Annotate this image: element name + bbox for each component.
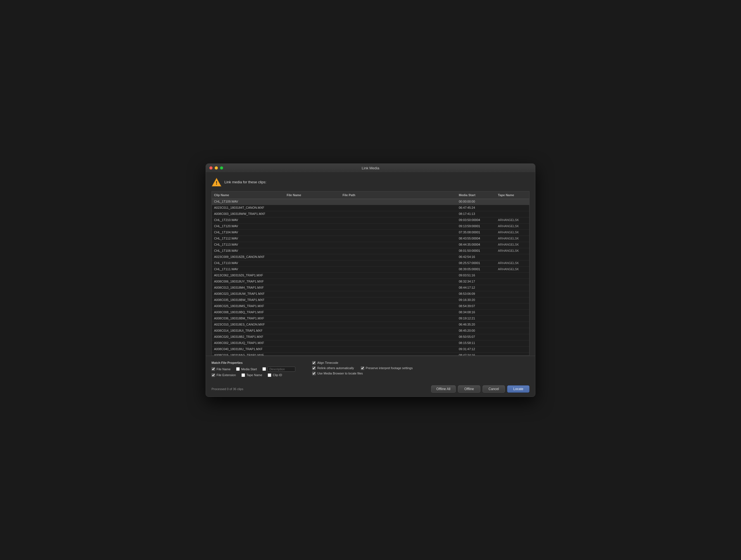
table-row[interactable]: CHL_1T113.WAV 08:44:35:00004 ARHANGELSK xyxy=(212,242,529,248)
td-file xyxy=(284,248,340,254)
td-file xyxy=(284,291,340,297)
td-path xyxy=(340,316,457,322)
td-clip: A008C020_180318B2_TRAP1.MXF xyxy=(212,334,284,340)
td-path xyxy=(340,279,457,285)
td-path xyxy=(340,297,457,303)
table-row[interactable]: A008C025_180318MS_TRAP1.MXF 08:54:39:07 xyxy=(212,303,529,309)
td-start: 08:25:57:00001 xyxy=(457,261,496,266)
td-tape xyxy=(496,303,529,309)
td-file xyxy=(284,285,340,291)
table-row[interactable]: A008C014_180318UI_TRAP1.MXF 08:45:20:00 xyxy=(212,328,529,334)
table-row[interactable]: CHL_1T110.WAV 08:25:57:00001 ARHANGELSK xyxy=(212,261,529,267)
td-tape xyxy=(496,199,529,205)
table-header: Clip Name File Name File Path Media Star… xyxy=(212,192,529,199)
table-body[interactable]: CHL_1T109.WAV 00:00:00:00 A023C011_18031… xyxy=(212,199,529,355)
relink-others-item[interactable]: Relink others automatically xyxy=(312,366,354,370)
offline-button[interactable]: Offline xyxy=(458,386,480,393)
use-media-browser-checkbox[interactable] xyxy=(312,372,316,375)
td-start: 09:16:30:20 xyxy=(457,297,496,303)
td-file xyxy=(284,279,340,285)
locate-button[interactable]: Locate xyxy=(507,386,530,393)
td-start: 08:44:35:00004 xyxy=(457,242,496,248)
table-row[interactable]: A008C040_180318IU_TRAP1.MXF 09:31:47:12 xyxy=(212,347,529,353)
td-file xyxy=(284,353,340,355)
buttons-row: Offline All Offline Cancel Locate xyxy=(431,386,530,393)
td-path xyxy=(340,248,457,254)
table-row[interactable]: A008C036_180318BM_TRAP1.MXF 09:19:12:21 xyxy=(212,316,529,322)
align-timecode-item[interactable]: Align Timecode xyxy=(312,361,338,365)
description-input[interactable] xyxy=(267,367,295,372)
td-file xyxy=(284,328,340,334)
td-tape xyxy=(496,316,529,322)
use-media-browser-item[interactable]: Use Media Browser to locate files xyxy=(312,372,363,375)
td-tape xyxy=(496,211,529,217)
td-path xyxy=(340,340,457,346)
table-row[interactable]: CHL_1T109.WAV 00:00:00:00 xyxy=(212,199,529,205)
checkboxes-row-1: File Name Media Start xyxy=(211,367,295,372)
td-file xyxy=(284,334,340,340)
td-clip: A008C015_180318AG_TRAP1.MXF xyxy=(212,353,284,355)
table-row[interactable]: CHL_1T108.WAV 08:01:50:00001 ARHANGELSK xyxy=(212,248,529,254)
td-file xyxy=(284,254,340,260)
td-clip: A023C010_180318ES_CANON.MXF xyxy=(212,322,284,328)
td-tape xyxy=(496,291,529,297)
media-start-checkbox[interactable] xyxy=(236,367,240,371)
td-file xyxy=(284,267,340,272)
description-checkbox[interactable] xyxy=(262,367,266,371)
table-row[interactable]: A023C009_180318ZB_CANON.MXF 06:42:54:16 xyxy=(212,254,529,261)
table-row[interactable]: A023C010_180318ES_CANON.MXF 06:46:35:20 xyxy=(212,322,529,328)
td-start: 08:17:41:13 xyxy=(457,211,496,217)
clip-id-checkbox-item[interactable]: Clip ID xyxy=(268,373,282,377)
preserve-interpret-item[interactable]: Preserve interpret footage settings xyxy=(361,366,413,370)
table-row[interactable]: CHL_1T111.WAV 08:39:05:00001 ARHANGELSK xyxy=(212,267,529,273)
tape-name-checkbox-item[interactable]: Tape Name xyxy=(242,373,262,377)
table-row[interactable]: A008C002_180318UQ_TRAP1.MXF 08:15:58:11 xyxy=(212,340,529,347)
td-clip: A008C025_180318MS_TRAP1.MXF xyxy=(212,303,284,309)
td-start: 09:13:59:00001 xyxy=(457,223,496,229)
table-row[interactable]: A008C035_180318BW_TRAP1.MXF 09:16:30:20 xyxy=(212,297,529,303)
table-row[interactable]: A008C008_180318BQ_TRAP1.MXF 08:34:08:16 xyxy=(212,309,529,316)
table-row[interactable]: A023C011_1803184T_CANON.MXF 06:47:45:24 xyxy=(212,205,529,211)
cancel-button[interactable]: Cancel xyxy=(482,386,505,393)
preserve-interpret-checkbox[interactable] xyxy=(361,366,364,370)
table-row[interactable]: A008C013_180318M4_TRAP1.MXF 08:44:17:12 xyxy=(212,285,529,291)
table-row[interactable]: A008C020_180318B2_TRAP1.MXF 08:50:55:07 xyxy=(212,334,529,340)
close-button[interactable] xyxy=(209,166,213,169)
td-clip: A008C035_180318BW_TRAP1.MXF xyxy=(212,297,284,303)
maximize-button[interactable] xyxy=(220,166,223,169)
offline-all-button[interactable]: Offline All xyxy=(431,386,456,393)
td-clip: CHL_1T104.WAV xyxy=(212,230,284,235)
td-clip: A023C009_180318ZB_CANON.MXF xyxy=(212,254,284,260)
td-file xyxy=(284,309,340,316)
td-path xyxy=(340,291,457,297)
table-row[interactable]: CHL_1T112.WAV 08:43:55:00004 ARHANGELSK xyxy=(212,236,529,242)
file-ext-checkbox-item[interactable]: File Extension xyxy=(211,373,236,377)
align-timecode-checkbox[interactable] xyxy=(312,361,316,365)
file-extension-checkbox[interactable] xyxy=(211,373,215,377)
table-row[interactable]: A008C015_180318AG_TRAP1.MXF 08:47:24:16 xyxy=(212,353,529,355)
relink-others-checkbox[interactable] xyxy=(312,366,316,370)
table-row[interactable]: CHL_1T210.WAV 09:03:50:00004 ARHANGELSK xyxy=(212,217,529,223)
td-path xyxy=(340,334,457,340)
td-file xyxy=(284,261,340,266)
td-path xyxy=(340,285,457,291)
media-start-checkbox-item[interactable]: Media Start xyxy=(236,367,257,371)
file-name-checkbox[interactable] xyxy=(211,367,215,371)
td-path xyxy=(340,328,457,334)
file-name-checkbox-item[interactable]: File Name xyxy=(211,367,230,371)
table-row[interactable]: A013C062_180319Z6_TRAP1.MXF 09:03:51:16 xyxy=(212,273,529,279)
clip-id-checkbox[interactable] xyxy=(268,373,271,377)
col-header-file: File Name xyxy=(284,193,340,198)
minimize-button[interactable] xyxy=(215,166,218,169)
match-props-section: Match File Properties File Name Media St… xyxy=(211,361,295,379)
table-row[interactable]: A008C006_180318UY_TRAP1.MXF 08:32:34:17 xyxy=(212,279,529,285)
tape-name-checkbox[interactable] xyxy=(242,373,245,377)
td-clip: A008C002_180318UQ_TRAP1.MXF xyxy=(212,340,284,346)
table-row[interactable]: A008C023_180318UW_TRAP1.MXF 08:53:06:09 xyxy=(212,291,529,297)
table-row[interactable]: CHL_1T120.WAV 09:13:59:00001 ARHANGELSK xyxy=(212,223,529,230)
td-tape xyxy=(496,353,529,355)
table-row[interactable]: CHL_1T104.WAV 07:35:08:00001 ARHANGELSK xyxy=(212,230,529,236)
description-checkbox-item[interactable] xyxy=(262,367,295,372)
td-path xyxy=(340,267,457,272)
table-row[interactable]: A008C003_180318WW_TRAP1.MXF 08:17:41:13 xyxy=(212,211,529,217)
